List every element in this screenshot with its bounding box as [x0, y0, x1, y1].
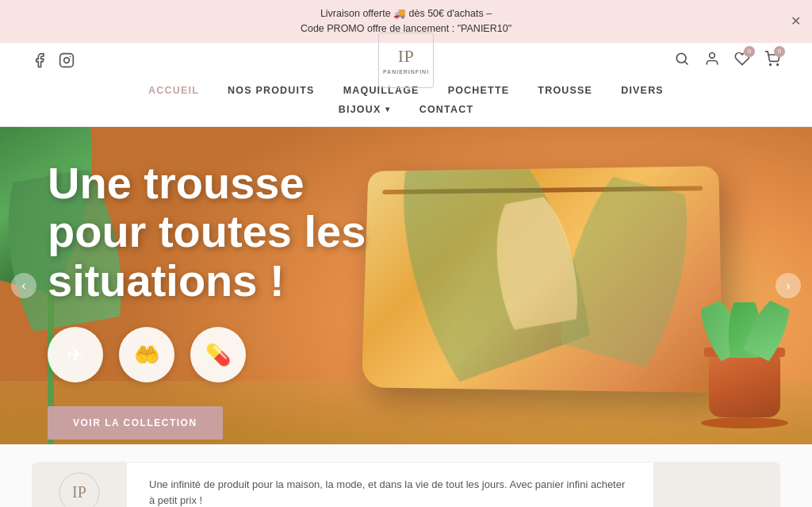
- svg-point-6: [770, 63, 772, 65]
- site-header: IP PANIERINFINI 0: [0, 43, 812, 127]
- pot: [709, 354, 780, 417]
- nav-item-nos-produits[interactable]: NOS PRODUITS: [213, 82, 329, 99]
- carousel-next-button[interactable]: ›: [776, 273, 801, 298]
- bag-pattern: [362, 166, 722, 393]
- bag-shape: [362, 166, 722, 393]
- svg-point-2: [70, 56, 71, 58]
- instagram-icon[interactable]: [59, 52, 75, 68]
- account-button[interactable]: [704, 51, 720, 71]
- bottom-description-text: Une infinité de produit pour la maison, …: [149, 477, 631, 508]
- potted-plant: [693, 302, 796, 428]
- wishlist-badge: 0: [744, 46, 755, 57]
- svg-text:IP: IP: [72, 483, 86, 501]
- carousel-prev-button[interactable]: ‹: [11, 273, 36, 298]
- pot-saucer: [701, 417, 788, 428]
- wishlist-button[interactable]: 0: [734, 51, 750, 71]
- cart-button[interactable]: 0: [764, 51, 780, 71]
- facebook-icon[interactable]: [32, 52, 48, 68]
- cta-button[interactable]: VOIR LA COLLECTION: [48, 406, 223, 440]
- search-button[interactable]: [674, 51, 690, 71]
- feature-icon-travel[interactable]: ✈: [48, 327, 103, 382]
- feature-icons: ✈ 🤲 💊: [48, 327, 366, 382]
- svg-point-7: [777, 63, 779, 65]
- bottom-section: IP Une infinité de produit pour la maiso…: [0, 444, 812, 508]
- bottom-logo-decoration: IP: [56, 469, 103, 507]
- bottom-right-panel: [653, 462, 780, 508]
- header-top: IP PANIERINFINI 0: [0, 43, 812, 79]
- nav-item-divers[interactable]: DIVERS: [607, 82, 678, 99]
- bijoux-chevron-icon: ▾: [385, 105, 390, 113]
- secondary-nav: BIJOUX ▾ CONTACT: [0, 99, 812, 126]
- nav-item-trousse[interactable]: TROUSSE: [523, 82, 607, 99]
- social-icons: [32, 52, 75, 68]
- hero-section: Une trousse pour toutes les situations !…: [0, 127, 812, 444]
- logo-container: IP PANIERINFINI: [378, 33, 434, 88]
- svg-rect-0: [60, 54, 74, 67]
- pot-leaves: [693, 302, 796, 358]
- nav-item-bijoux[interactable]: BIJOUX ▾: [324, 101, 405, 118]
- logo-brand-name: PANIERINFINI: [383, 68, 429, 75]
- announcement-line1: Livraison offerte 🚚 dès 50€ d'achats –: [320, 8, 492, 19]
- header-icons: 0 0: [674, 51, 780, 71]
- hero-title: Une trousse pour toutes les situations !: [48, 159, 366, 305]
- cart-badge: 0: [774, 46, 785, 57]
- nav-item-contact[interactable]: CONTACT: [405, 101, 488, 118]
- bottom-left-panel: IP: [32, 462, 127, 508]
- svg-point-3: [676, 53, 686, 63]
- svg-point-1: [64, 58, 70, 63]
- bottom-description-panel: Une infinité de produit pour la maison, …: [127, 462, 653, 508]
- nav-item-accueil[interactable]: ACCUEIL: [134, 82, 213, 99]
- feature-icon-pharmacy[interactable]: 💊: [190, 327, 246, 382]
- svg-point-5: [710, 52, 715, 58]
- hero-content: Une trousse pour toutes les situations !…: [48, 159, 366, 440]
- site-logo[interactable]: IP PANIERINFINI: [378, 33, 434, 88]
- close-announcement-button[interactable]: ✕: [791, 15, 801, 28]
- logo-initials: IP: [398, 45, 415, 68]
- nav-item-pochette[interactable]: POCHETTE: [434, 82, 524, 99]
- svg-line-4: [685, 61, 688, 64]
- feature-icon-beauty[interactable]: 🤲: [119, 327, 174, 382]
